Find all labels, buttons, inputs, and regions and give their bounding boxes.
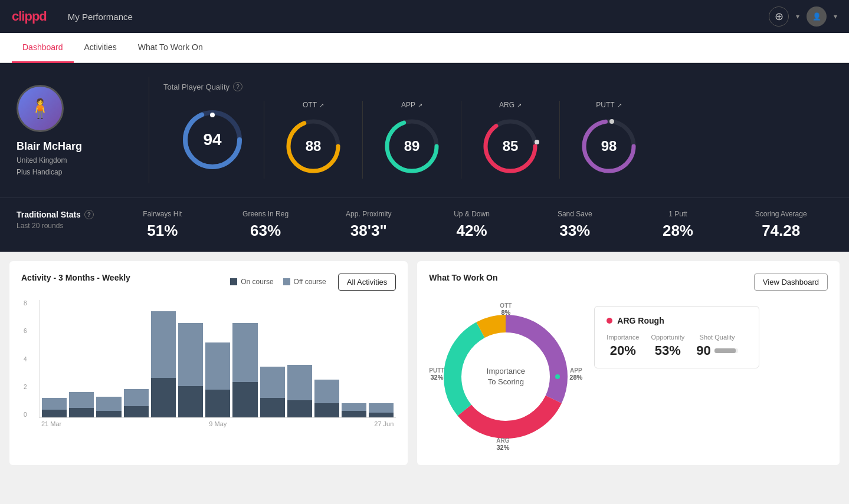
bar-top — [124, 389, 149, 406]
activity-title: Activity - 3 Months - Weekly — [21, 273, 130, 282]
detail-opportunity: Opportunity 53% — [651, 334, 684, 358]
bar-group — [69, 392, 94, 417]
stat-updown-name: Up & Down — [420, 210, 523, 218]
bar-top — [69, 392, 94, 408]
tpq-section: Total Player Quality ? 94 — [163, 82, 832, 179]
stat-scoring-value: 74.28 — [729, 222, 832, 240]
stat-fairways-name: Fairways Hit — [111, 210, 214, 218]
stats-subtitle: Last 20 rounds — [17, 222, 111, 230]
score-arg: ARG↗ 85 — [461, 101, 559, 179]
stat-sandsave: Sand Save 33% — [523, 210, 627, 240]
legend-off-course: Off course — [283, 278, 326, 286]
hero-section: 🧍 Blair McHarg United Kingdom Plus Handi… — [0, 63, 849, 197]
all-activities-button[interactable]: All Activities — [338, 274, 396, 291]
bar-top — [178, 323, 203, 386]
detail-card-title: ARG Rough — [607, 316, 747, 325]
stat-1putt: 1 Putt 28% — [627, 210, 730, 240]
detail-shotquality-value: 90 — [696, 343, 710, 358]
nav-title: My Performance — [68, 12, 133, 22]
tab-what-to-work-on[interactable]: What To Work On — [127, 33, 214, 63]
bar-bot — [232, 382, 257, 417]
stat-greens-name: Greens In Reg — [214, 210, 317, 218]
bottom-section: Activity - 3 Months - Weekly On course O… — [0, 252, 849, 475]
ott-label: OTT↗ — [303, 101, 324, 109]
stats-title: Traditional Stats ? — [17, 210, 111, 219]
score-putt: PUTT↗ 98 — [559, 101, 658, 179]
detail-dot — [607, 318, 612, 324]
y-label-4: 4 — [24, 356, 27, 363]
stat-fairways: Fairways Hit 51% — [111, 210, 214, 240]
x-label-mar: 21 Mar — [41, 420, 61, 427]
player-name: Blair McHarg — [17, 140, 82, 153]
stats-items: Fairways Hit 51% Greens In Reg 63% App. … — [111, 210, 832, 240]
x-label-jun: 27 Jun — [374, 420, 394, 427]
player-avatar: 🧍 — [17, 85, 64, 132]
stat-proximity: App. Proximity 38'3" — [317, 210, 420, 240]
stat-fairways-value: 51% — [111, 222, 214, 240]
add-button[interactable]: ⊕ — [769, 6, 789, 27]
detail-shotquality-row: 90 — [696, 343, 737, 358]
bar-group — [124, 389, 149, 417]
tab-dashboard[interactable]: Dashboard — [12, 33, 74, 63]
detail-shotquality-name: Shot Quality — [696, 334, 737, 341]
top-nav: clippd My Performance ⊕ ▾ 👤 ▾ — [0, 0, 849, 33]
tabs-bar: Dashboard Activities What To Work On — [0, 33, 849, 63]
tpq-label: Total Player Quality ? — [163, 82, 832, 91]
x-axis: 21 Mar 9 May 27 Jun — [39, 418, 396, 427]
bar-bot — [205, 390, 230, 417]
stat-scoring: Scoring Average 74.28 — [729, 210, 832, 240]
bar-group — [232, 323, 257, 417]
bar-bot — [178, 386, 203, 417]
score-ott: OTT↗ 88 — [264, 101, 362, 179]
arg-value: 85 — [503, 138, 519, 154]
bar-group — [42, 398, 67, 417]
stats-help-icon[interactable]: ? — [84, 210, 94, 219]
donut-center-text: Importance To Scoring — [487, 366, 525, 387]
detail-card: ARG Rough Importance 20% Opportunity 53%… — [594, 306, 759, 368]
logo: clippd — [12, 9, 47, 24]
bar-bot — [69, 408, 94, 417]
arg-gauge: 85 — [478, 114, 543, 179]
stat-updown: Up & Down 42% — [420, 210, 523, 240]
bar-bot — [287, 400, 312, 417]
player-country: United Kingdom — [17, 156, 67, 164]
donut-label-ott: OTT 8% — [500, 302, 512, 316]
legend-on-course: On course — [230, 278, 273, 286]
y-label-0: 0 — [24, 411, 27, 418]
y-axis: 0 2 4 6 8 — [24, 300, 27, 418]
player-handicap: Plus Handicap — [17, 168, 62, 176]
ott-value: 88 — [306, 138, 322, 154]
stats-label-block: Traditional Stats ? Last 20 rounds — [17, 210, 111, 230]
donut-dot-app — [555, 374, 560, 379]
detail-opportunity-value: 53% — [651, 343, 684, 358]
putt-label: PUTT↗ — [596, 101, 621, 109]
tpq-main-score: 94 — [163, 107, 264, 172]
nav-right: ⊕ ▾ 👤 ▾ — [769, 6, 837, 27]
bar-top — [232, 323, 257, 382]
stat-scoring-name: Scoring Average — [729, 210, 832, 218]
activity-panel: Activity - 3 Months - Weekly On course O… — [9, 261, 408, 465]
view-dashboard-button[interactable]: View Dashboard — [754, 274, 828, 291]
tpq-help-icon[interactable]: ? — [233, 82, 242, 91]
wtwo-panel: What To Work On View Dashboard — [417, 261, 840, 465]
stat-greens-value: 63% — [214, 222, 317, 240]
bar-bot — [96, 411, 121, 417]
ott-gauge: 88 — [281, 114, 346, 179]
bar-group — [314, 380, 339, 417]
app-label: APP↗ — [401, 101, 422, 109]
avatar[interactable]: 👤 — [807, 6, 827, 27]
bar-top — [314, 380, 339, 403]
stat-1putt-name: 1 Putt — [627, 210, 730, 218]
tab-activities[interactable]: Activities — [74, 33, 127, 63]
vertical-divider — [149, 77, 149, 183]
putt-gauge: 98 — [576, 114, 641, 179]
bar-top — [287, 365, 312, 400]
bar-group — [369, 403, 394, 417]
detail-metrics: Importance 20% Opportunity 53% Shot Qual… — [607, 334, 747, 358]
x-label-may: 9 May — [209, 420, 227, 427]
detail-importance: Importance 20% — [607, 334, 639, 358]
bar-group — [151, 311, 176, 417]
app-value: 89 — [404, 138, 420, 154]
bar-top — [151, 311, 176, 378]
bar-top — [369, 403, 394, 413]
